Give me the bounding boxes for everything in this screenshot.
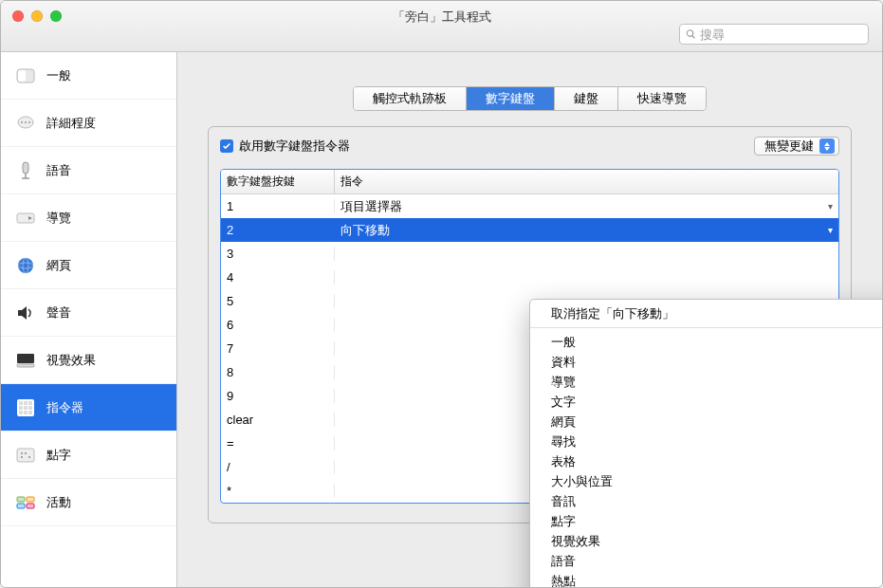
svg-rect-24: [19, 411, 23, 414]
modifier-popup[interactable]: 無變更鍵: [754, 137, 839, 156]
svg-point-28: [21, 452, 23, 454]
col-key-header[interactable]: 數字鍵盤按鍵: [221, 170, 335, 193]
enable-row: 啟用數字鍵盤指令器 無變更鍵: [220, 137, 839, 156]
search-field[interactable]: [679, 24, 869, 45]
bubble-icon: [12, 110, 39, 137]
menu-item-submenu[interactable]: 尋找▶: [530, 432, 883, 451]
menu-item-unassign[interactable]: 取消指定「向下移動」: [530, 303, 883, 323]
menu-item-label: 熱點: [551, 573, 576, 589]
sidebar-item-label: 點字: [46, 447, 71, 464]
close-button[interactable]: [12, 10, 24, 22]
grid-icon: [12, 395, 39, 421]
svg-rect-26: [28, 411, 32, 414]
menu-item-label: 語音: [551, 553, 576, 570]
cell-command-text: 向下移動: [340, 222, 390, 239]
menu-item-submenu[interactable]: 大小與位置▶: [530, 471, 883, 491]
tab-trackpad[interactable]: 觸控式軌跡板: [354, 87, 467, 110]
commander-tabs: 觸控式軌跡板 數字鍵盤 鍵盤 快速導覽: [353, 86, 707, 111]
window-body: 一般 詳細程度 語音 導覽 網頁 聲音: [1, 52, 882, 588]
svg-point-29: [21, 456, 23, 458]
svg-rect-34: [17, 504, 25, 508]
cell-key: =: [221, 436, 335, 450]
sidebar-item-label: 一般: [46, 67, 71, 84]
content-area: 觸控式軌跡板 數字鍵盤 鍵盤 快速導覽 啟用數字鍵盤指令器 無變更鍵: [177, 52, 882, 588]
globe-icon: [12, 252, 39, 279]
menu-item-submenu[interactable]: 視覺效果▶: [530, 531, 883, 551]
menu-item-submenu[interactable]: 音訊▶: [530, 491, 883, 511]
sidebar: 一般 詳細程度 語音 導覽 網頁 聲音: [1, 52, 177, 588]
braille-icon: [12, 442, 39, 469]
menu-item-submenu[interactable]: 熱點▶: [530, 571, 883, 588]
titlebar: 「旁白」工具程式: [1, 1, 882, 52]
svg-point-5: [28, 121, 30, 123]
tab-keyboard[interactable]: 鍵盤: [555, 87, 618, 110]
menu-separator: [530, 327, 883, 328]
menu-item-label: 點字: [551, 513, 576, 530]
menu-item-label: 表格: [551, 453, 576, 470]
sidebar-item-sound[interactable]: 聲音: [1, 289, 176, 337]
menu-item-submenu[interactable]: 資料▶: [530, 352, 883, 372]
cell-key: 7: [221, 341, 335, 356]
cell-key: 5: [221, 294, 335, 308]
sidebar-item-commanders[interactable]: 指令器: [1, 384, 176, 432]
sidebar-item-navigation[interactable]: 導覽: [1, 194, 176, 242]
enable-numpad-checkbox[interactable]: [220, 139, 233, 153]
command-menu-popup: 取消指定「向下移動」 一般▶資料▶導覽▶文字▶網頁▶尋找▶表格▶大小與位置▶音訊…: [529, 299, 883, 588]
svg-marker-14: [18, 306, 27, 320]
table-header: 數字鍵盤按鍵 指令: [221, 170, 838, 194]
sidebar-item-braille[interactable]: 點字: [1, 432, 176, 479]
menu-item-submenu[interactable]: 文字▶: [530, 392, 883, 412]
navigation-icon: [12, 205, 39, 231]
sidebar-item-verbosity[interactable]: 詳細程度: [1, 100, 176, 147]
svg-rect-35: [27, 504, 34, 508]
popup-arrows-icon: [819, 138, 835, 154]
table-row[interactable]: 2向下移動▾: [221, 218, 838, 242]
cell-command[interactable]: 項目選擇器▾: [335, 198, 838, 215]
svg-point-11: [18, 258, 33, 273]
cell-key: *: [221, 484, 335, 498]
table-row[interactable]: 1項目選擇器▾: [221, 194, 838, 218]
menu-item-submenu[interactable]: 表格▶: [530, 451, 883, 471]
sidebar-item-general[interactable]: 一般: [1, 52, 176, 100]
cell-key: 8: [221, 365, 335, 379]
search-input[interactable]: [700, 28, 862, 42]
menu-item-label: 音訊: [551, 493, 576, 510]
cell-key: clear: [221, 413, 335, 427]
cell-key: 2: [221, 223, 335, 237]
svg-rect-25: [24, 411, 28, 414]
svg-rect-33: [27, 497, 34, 502]
table-row[interactable]: 4: [221, 266, 838, 289]
sidebar-item-label: 詳細程度: [46, 115, 96, 132]
cell-key: 6: [221, 318, 335, 332]
menu-item-label: 取消指定「向下移動」: [551, 305, 674, 322]
traffic-lights: [12, 10, 62, 22]
menu-item-submenu[interactable]: 語音▶: [530, 551, 883, 571]
svg-point-30: [25, 452, 27, 454]
maximize-button[interactable]: [50, 10, 62, 22]
col-command-header[interactable]: 指令: [335, 170, 838, 193]
svg-rect-19: [24, 401, 28, 405]
table-row[interactable]: 3: [221, 242, 838, 266]
window: 「旁白」工具程式 一般 詳細程度 語音 導覽: [0, 0, 883, 588]
menu-item-submenu[interactable]: 網頁▶: [530, 412, 883, 432]
tab-quicknav[interactable]: 快速導覽: [618, 87, 706, 110]
cell-command-text: 項目選擇器: [340, 198, 402, 215]
tab-numpad[interactable]: 數字鍵盤: [467, 87, 555, 110]
minimize-button[interactable]: [31, 10, 43, 22]
sidebar-item-visuals[interactable]: 視覺效果: [1, 337, 176, 384]
sidebar-item-activities[interactable]: 活動: [1, 479, 176, 526]
menu-item-label: 大小與位置: [551, 473, 613, 490]
sidebar-item-label: 語音: [46, 162, 71, 179]
svg-rect-1: [18, 70, 26, 82]
sidebar-item-label: 導覽: [46, 210, 71, 227]
sidebar-item-label: 活動: [46, 494, 71, 511]
menu-item-submenu[interactable]: 一般▶: [530, 332, 883, 352]
svg-rect-22: [24, 406, 28, 410]
menu-item-submenu[interactable]: 導覽▶: [530, 372, 883, 392]
sidebar-item-label: 視覺效果: [46, 352, 96, 369]
cell-command[interactable]: 向下移動▾: [335, 222, 838, 239]
menu-item-label: 導覽: [551, 374, 576, 391]
sidebar-item-web[interactable]: 網頁: [1, 242, 176, 289]
sidebar-item-speech[interactable]: 語音: [1, 147, 176, 194]
menu-item-submenu[interactable]: 點字▶: [530, 511, 883, 531]
